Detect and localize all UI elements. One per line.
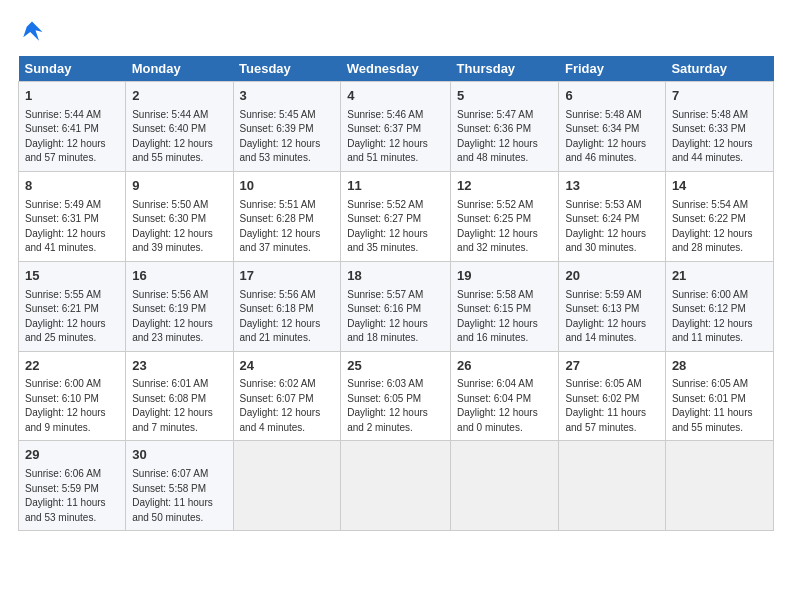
- calendar-cell: 22Sunrise: 6:00 AM Sunset: 6:10 PM Dayli…: [19, 351, 126, 441]
- header-cell-thursday: Thursday: [451, 56, 559, 82]
- calendar-cell: 17Sunrise: 5:56 AM Sunset: 6:18 PM Dayli…: [233, 261, 341, 351]
- day-number: 28: [672, 357, 767, 376]
- day-number: 8: [25, 177, 119, 196]
- calendar-cell: [665, 441, 773, 531]
- day-info: Sunrise: 5:59 AM Sunset: 6:13 PM Dayligh…: [565, 288, 658, 346]
- calendar-cell: 11Sunrise: 5:52 AM Sunset: 6:27 PM Dayli…: [341, 171, 451, 261]
- calendar-cell: 30Sunrise: 6:07 AM Sunset: 5:58 PM Dayli…: [126, 441, 233, 531]
- day-info: Sunrise: 5:44 AM Sunset: 6:41 PM Dayligh…: [25, 108, 119, 166]
- day-info: Sunrise: 5:48 AM Sunset: 6:34 PM Dayligh…: [565, 108, 658, 166]
- calendar-cell: [341, 441, 451, 531]
- calendar-cell: 29Sunrise: 6:06 AM Sunset: 5:59 PM Dayli…: [19, 441, 126, 531]
- day-number: 5: [457, 87, 552, 106]
- day-info: Sunrise: 5:44 AM Sunset: 6:40 PM Dayligh…: [132, 108, 226, 166]
- calendar-week-1: 1Sunrise: 5:44 AM Sunset: 6:41 PM Daylig…: [19, 82, 774, 172]
- header-cell-saturday: Saturday: [665, 56, 773, 82]
- header: [18, 18, 774, 46]
- day-number: 20: [565, 267, 658, 286]
- calendar-cell: 21Sunrise: 6:00 AM Sunset: 6:12 PM Dayli…: [665, 261, 773, 351]
- calendar-cell: 5Sunrise: 5:47 AM Sunset: 6:36 PM Daylig…: [451, 82, 559, 172]
- day-info: Sunrise: 5:54 AM Sunset: 6:22 PM Dayligh…: [672, 198, 767, 256]
- day-number: 11: [347, 177, 444, 196]
- day-number: 16: [132, 267, 226, 286]
- day-number: 14: [672, 177, 767, 196]
- calendar-cell: 6Sunrise: 5:48 AM Sunset: 6:34 PM Daylig…: [559, 82, 665, 172]
- day-number: 9: [132, 177, 226, 196]
- day-info: Sunrise: 6:05 AM Sunset: 6:01 PM Dayligh…: [672, 377, 767, 435]
- day-number: 30: [132, 446, 226, 465]
- day-number: 12: [457, 177, 552, 196]
- day-number: 26: [457, 357, 552, 376]
- day-number: 24: [240, 357, 335, 376]
- day-number: 6: [565, 87, 658, 106]
- calendar-cell: 3Sunrise: 5:45 AM Sunset: 6:39 PM Daylig…: [233, 82, 341, 172]
- day-info: Sunrise: 5:50 AM Sunset: 6:30 PM Dayligh…: [132, 198, 226, 256]
- day-number: 17: [240, 267, 335, 286]
- calendar-cell: 4Sunrise: 5:46 AM Sunset: 6:37 PM Daylig…: [341, 82, 451, 172]
- header-cell-tuesday: Tuesday: [233, 56, 341, 82]
- day-info: Sunrise: 6:03 AM Sunset: 6:05 PM Dayligh…: [347, 377, 444, 435]
- day-info: Sunrise: 5:52 AM Sunset: 6:25 PM Dayligh…: [457, 198, 552, 256]
- calendar-cell: 23Sunrise: 6:01 AM Sunset: 6:08 PM Dayli…: [126, 351, 233, 441]
- calendar-cell: 2Sunrise: 5:44 AM Sunset: 6:40 PM Daylig…: [126, 82, 233, 172]
- day-number: 2: [132, 87, 226, 106]
- calendar-cell: 1Sunrise: 5:44 AM Sunset: 6:41 PM Daylig…: [19, 82, 126, 172]
- calendar-cell: 26Sunrise: 6:04 AM Sunset: 6:04 PM Dayli…: [451, 351, 559, 441]
- calendar-header-row: SundayMondayTuesdayWednesdayThursdayFrid…: [19, 56, 774, 82]
- day-number: 25: [347, 357, 444, 376]
- calendar-week-2: 8Sunrise: 5:49 AM Sunset: 6:31 PM Daylig…: [19, 171, 774, 261]
- day-info: Sunrise: 6:06 AM Sunset: 5:59 PM Dayligh…: [25, 467, 119, 525]
- calendar-cell: 13Sunrise: 5:53 AM Sunset: 6:24 PM Dayli…: [559, 171, 665, 261]
- calendar-week-3: 15Sunrise: 5:55 AM Sunset: 6:21 PM Dayli…: [19, 261, 774, 351]
- day-number: 19: [457, 267, 552, 286]
- day-info: Sunrise: 5:48 AM Sunset: 6:33 PM Dayligh…: [672, 108, 767, 166]
- calendar-cell: [559, 441, 665, 531]
- day-info: Sunrise: 5:57 AM Sunset: 6:16 PM Dayligh…: [347, 288, 444, 346]
- svg-marker-0: [23, 22, 42, 41]
- day-info: Sunrise: 5:46 AM Sunset: 6:37 PM Dayligh…: [347, 108, 444, 166]
- day-info: Sunrise: 6:05 AM Sunset: 6:02 PM Dayligh…: [565, 377, 658, 435]
- day-number: 29: [25, 446, 119, 465]
- day-info: Sunrise: 5:49 AM Sunset: 6:31 PM Dayligh…: [25, 198, 119, 256]
- calendar-cell: 18Sunrise: 5:57 AM Sunset: 6:16 PM Dayli…: [341, 261, 451, 351]
- calendar-cell: 8Sunrise: 5:49 AM Sunset: 6:31 PM Daylig…: [19, 171, 126, 261]
- logo-icon: [18, 18, 46, 46]
- calendar-table: SundayMondayTuesdayWednesdayThursdayFrid…: [18, 56, 774, 531]
- header-cell-monday: Monday: [126, 56, 233, 82]
- day-info: Sunrise: 5:47 AM Sunset: 6:36 PM Dayligh…: [457, 108, 552, 166]
- day-number: 18: [347, 267, 444, 286]
- header-cell-friday: Friday: [559, 56, 665, 82]
- day-number: 27: [565, 357, 658, 376]
- day-number: 22: [25, 357, 119, 376]
- day-number: 10: [240, 177, 335, 196]
- calendar-week-5: 29Sunrise: 6:06 AM Sunset: 5:59 PM Dayli…: [19, 441, 774, 531]
- header-cell-sunday: Sunday: [19, 56, 126, 82]
- page: SundayMondayTuesdayWednesdayThursdayFrid…: [0, 0, 792, 541]
- calendar-cell: [451, 441, 559, 531]
- calendar-cell: 12Sunrise: 5:52 AM Sunset: 6:25 PM Dayli…: [451, 171, 559, 261]
- calendar-week-4: 22Sunrise: 6:00 AM Sunset: 6:10 PM Dayli…: [19, 351, 774, 441]
- day-info: Sunrise: 6:01 AM Sunset: 6:08 PM Dayligh…: [132, 377, 226, 435]
- day-number: 21: [672, 267, 767, 286]
- day-number: 7: [672, 87, 767, 106]
- day-info: Sunrise: 6:02 AM Sunset: 6:07 PM Dayligh…: [240, 377, 335, 435]
- logo: [18, 18, 50, 46]
- day-info: Sunrise: 6:07 AM Sunset: 5:58 PM Dayligh…: [132, 467, 226, 525]
- day-number: 13: [565, 177, 658, 196]
- day-info: Sunrise: 5:55 AM Sunset: 6:21 PM Dayligh…: [25, 288, 119, 346]
- calendar-cell: 10Sunrise: 5:51 AM Sunset: 6:28 PM Dayli…: [233, 171, 341, 261]
- day-info: Sunrise: 5:52 AM Sunset: 6:27 PM Dayligh…: [347, 198, 444, 256]
- calendar-cell: 15Sunrise: 5:55 AM Sunset: 6:21 PM Dayli…: [19, 261, 126, 351]
- day-info: Sunrise: 5:51 AM Sunset: 6:28 PM Dayligh…: [240, 198, 335, 256]
- calendar-cell: 7Sunrise: 5:48 AM Sunset: 6:33 PM Daylig…: [665, 82, 773, 172]
- calendar-cell: 14Sunrise: 5:54 AM Sunset: 6:22 PM Dayli…: [665, 171, 773, 261]
- calendar-cell: 20Sunrise: 5:59 AM Sunset: 6:13 PM Dayli…: [559, 261, 665, 351]
- calendar-cell: 28Sunrise: 6:05 AM Sunset: 6:01 PM Dayli…: [665, 351, 773, 441]
- calendar-cell: 24Sunrise: 6:02 AM Sunset: 6:07 PM Dayli…: [233, 351, 341, 441]
- day-number: 4: [347, 87, 444, 106]
- header-cell-wednesday: Wednesday: [341, 56, 451, 82]
- calendar-cell: 16Sunrise: 5:56 AM Sunset: 6:19 PM Dayli…: [126, 261, 233, 351]
- day-info: Sunrise: 6:00 AM Sunset: 6:10 PM Dayligh…: [25, 377, 119, 435]
- calendar-cell: 19Sunrise: 5:58 AM Sunset: 6:15 PM Dayli…: [451, 261, 559, 351]
- calendar-body: 1Sunrise: 5:44 AM Sunset: 6:41 PM Daylig…: [19, 82, 774, 531]
